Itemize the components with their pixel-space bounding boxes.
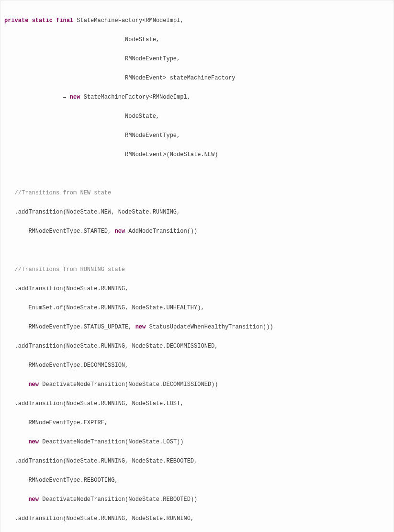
code-line: RMNodeEventType.EXPIRE, [0, 418, 394, 428]
keyword-new: new [28, 439, 39, 445]
code-line: RMNodeEventType.REBOOTING, [0, 475, 394, 485]
code-line: RMNodeEvent> stateMachineFactory [0, 73, 394, 83]
keyword-new: new [114, 228, 125, 235]
code-line: RMNodeEventType, [0, 54, 394, 64]
code-line: RMNodeEventType, [0, 131, 394, 140]
code-text [4, 381, 28, 388]
code-line: .addTransition(NodeState.RUNNING, NodeSt… [0, 456, 394, 466]
keyword-new: new [28, 381, 39, 388]
keyword-private: private [4, 17, 28, 24]
code-text: DeactivateNodeTransition(NodeState.LOST)… [39, 439, 183, 445]
code-text: StateMachineFactory<RMNodeImpl, [80, 94, 190, 101]
code-text: RMNodeEventType.STATUS_UPDATE, [4, 324, 135, 330]
code-line: .addTransition(NodeState.NEW, NodeState.… [0, 207, 394, 217]
code-line: NodeState, [0, 112, 394, 121]
comment-line: //Transitions from NEW state [0, 188, 394, 198]
keyword-new: new [135, 324, 146, 330]
keyword-final: final [56, 17, 73, 24]
code-text [4, 496, 28, 503]
code-line: EnumSet.of(NodeState.RUNNING, NodeState.… [0, 303, 394, 313]
code-line: new DeactivateNodeTransition(NodeState.R… [0, 495, 394, 504]
code-line: RMNodeEventType.STARTED, new AddNodeTran… [0, 226, 394, 236]
code-line: RMNodeEventType.DECOMMISSION, [0, 361, 394, 370]
code-text: RMNodeEventType.STARTED, [4, 228, 114, 235]
keyword-new: new [70, 94, 80, 101]
code-line: .addTransition(NodeState.RUNNING, NodeSt… [0, 341, 394, 351]
code-text: StateMachineFactory<RMNodeImpl, [77, 17, 183, 24]
code-line: .addTransition(NodeState.RUNNING, NodeSt… [0, 514, 394, 523]
code-text [4, 439, 28, 445]
code-line: new DeactivateNodeTransition(NodeState.D… [0, 380, 394, 389]
code-text: DeactivateNodeTransition(NodeState.REBOO… [39, 496, 197, 503]
code-text: AddNodeTransition()) [125, 228, 197, 235]
code-line: .addTransition(NodeState.RUNNING, [0, 284, 394, 294]
code-text: = [4, 94, 70, 101]
code-line: RMNodeEventType.STATUS_UPDATE, new Statu… [0, 322, 394, 332]
code-line: private static final StateMachineFactory… [0, 16, 394, 25]
code-line: .addTransition(NodeState.RUNNING, NodeSt… [0, 399, 394, 408]
code-text: DeactivateNodeTransition(NodeState.DECOM… [39, 381, 218, 388]
blank-line [0, 246, 394, 255]
code-line: = new StateMachineFactory<RMNodeImpl, [0, 92, 394, 102]
code-block: private static final StateMachineFactory… [0, 0, 394, 532]
comment-line: //Transitions from RUNNING state [0, 265, 394, 274]
code-line: NodeState, [0, 35, 394, 45]
code-line: RMNodeEvent>(NodeState.NEW) [0, 150, 394, 159]
blank-line [0, 169, 394, 179]
code-text: StatusUpdateWhenHealthyTransition()) [146, 324, 273, 330]
keyword-static: static [32, 17, 53, 24]
keyword-new: new [28, 496, 39, 503]
code-line: new DeactivateNodeTransition(NodeState.L… [0, 437, 394, 447]
